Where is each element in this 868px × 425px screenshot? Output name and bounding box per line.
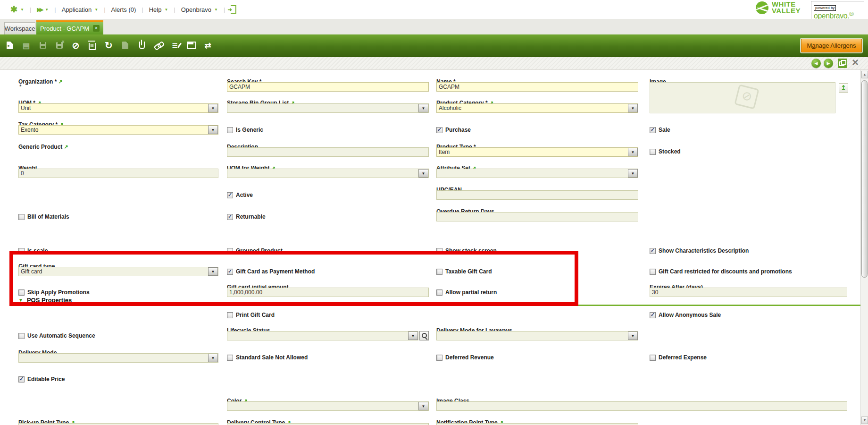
checkbox-is-generic[interactable]: Is Generic: [227, 127, 263, 133]
tab-workspace[interactable]: Workspace: [4, 22, 35, 34]
save-button[interactable]: [35, 37, 50, 53]
delivery-mode-for-layaways-select[interactable]: ▼: [436, 331, 638, 340]
revert-button[interactable]: ⇄: [200, 37, 215, 53]
color-select[interactable]: ▼: [227, 401, 429, 411]
link-arrow-icon[interactable]: ↗: [64, 144, 68, 150]
lifecycle-status-search-button[interactable]: [419, 331, 429, 340]
generic-product-label: Generic Product: [18, 144, 62, 150]
checkbox-standard-sale-not-allowed[interactable]: Standard Sale Not Allowed: [227, 354, 308, 361]
product-type-select[interactable]: Item▼: [436, 147, 638, 157]
checkbox-purchase[interactable]: ✓Purchase: [436, 127, 471, 133]
gift-card-type-select[interactable]: Gift card▼: [18, 267, 218, 276]
export-button[interactable]: [118, 37, 133, 53]
favorites-menu[interactable]: ✱ ▼: [5, 4, 30, 15]
application-menu[interactable]: Application ▼: [56, 6, 104, 13]
alerts-menu[interactable]: Alerts (0): [106, 6, 142, 13]
save-close-button[interactable]: ×: [52, 37, 67, 53]
notification-point-type-select[interactable]: [436, 423, 638, 425]
checkbox-show-stock-screen[interactable]: Show stock screen: [436, 247, 497, 254]
uom-select[interactable]: Unit▼: [18, 103, 218, 113]
checkbox-gift-card-as-payment-method[interactable]: ✓Gift Card as Payment Method: [227, 268, 315, 275]
checkbox-is-scale[interactable]: Is scale: [18, 247, 48, 254]
close-view-button[interactable]: ×: [850, 57, 860, 68]
form-view-button[interactable]: [184, 37, 199, 53]
image-upload-button[interactable]: ↥: [839, 83, 848, 93]
tab-close-icon[interactable]: ×: [93, 25, 100, 32]
delete-button[interactable]: [85, 37, 100, 53]
checkbox-print-gift-card[interactable]: Print Gift Card: [227, 312, 275, 318]
vertical-scrollbar[interactable]: ▲ ▼: [860, 70, 868, 425]
scrollbar-thumb[interactable]: [861, 80, 868, 278]
lifecycle-status-select[interactable]: ▼: [227, 331, 418, 340]
expires-after-days-input[interactable]: 30: [650, 288, 847, 297]
refresh-button[interactable]: ↻: [101, 37, 116, 53]
storage-bin-group-list-select[interactable]: ▼: [227, 103, 429, 113]
image-box[interactable]: ⊘: [650, 82, 835, 113]
dropdown-arrow-icon[interactable]: ▼: [208, 126, 218, 134]
dropdown-arrow-icon[interactable]: ▼: [408, 332, 418, 340]
tab-product-gcapm[interactable]: Product - GCAPM ×: [36, 20, 103, 34]
attachment-button[interactable]: [134, 37, 149, 53]
dropdown-arrow-icon[interactable]: ▼: [208, 354, 218, 362]
upc-ean-input[interactable]: [436, 190, 638, 200]
checkbox-returnable[interactable]: ✓Returnable: [227, 213, 266, 220]
name-input[interactable]: GCAPM: [436, 82, 638, 92]
image-class-input[interactable]: [436, 401, 847, 411]
dropdown-arrow-icon[interactable]: ▼: [628, 169, 638, 178]
logout-button[interactable]: ➜: [225, 5, 242, 14]
link-button[interactable]: [151, 37, 166, 53]
field-expires-after-days: Expires After (days) 30: [650, 282, 847, 291]
help-menu[interactable]: Help ▼: [143, 6, 174, 13]
checkbox-editable-price[interactable]: ✓Editable Price: [18, 376, 65, 382]
previous-record-button[interactable]: ◀: [811, 59, 821, 68]
checkbox-use-automatic-sequence[interactable]: Use Automatic Sequence: [18, 332, 95, 339]
checkbox-grouped-product[interactable]: Grouped Product: [227, 247, 283, 254]
scroll-up-button[interactable]: ▲: [861, 71, 868, 78]
checkbox-active[interactable]: ✓Active: [227, 192, 253, 198]
maximize-view-button[interactable]: [838, 59, 847, 68]
checkbox-bill-of-materials[interactable]: Bill of Materials: [18, 213, 69, 220]
dropdown-arrow-icon[interactable]: ▼: [208, 104, 218, 112]
overdue-return-days-input[interactable]: [436, 212, 638, 221]
tax-category-select[interactable]: Exento▼: [18, 125, 218, 135]
checkbox-sale[interactable]: ✓Sale: [650, 127, 670, 133]
next-record-button[interactable]: ▶: [824, 59, 833, 68]
dropdown-arrow-icon[interactable]: ▼: [418, 402, 428, 410]
tools-button[interactable]: ☰: [167, 37, 182, 53]
link-arrow-icon[interactable]: ↗: [58, 79, 62, 85]
checkbox-allow-partial-return[interactable]: Allow partial return: [436, 289, 497, 296]
gift-card-initial-amount-input[interactable]: 1,000,000.00: [227, 288, 429, 297]
description-input[interactable]: [227, 147, 429, 157]
scroll-down-button[interactable]: ▼: [861, 416, 868, 424]
checkbox-deferred-revenue[interactable]: Deferred Revenue: [436, 354, 494, 361]
dropdown-arrow-icon[interactable]: ▼: [418, 169, 428, 178]
grid-edit-button[interactable]: ▤: [19, 37, 33, 53]
weight-input[interactable]: 0: [18, 169, 218, 178]
checkbox-allow-anonymous-sale[interactable]: ✓Allow Anonymous Sale: [650, 312, 721, 318]
checkbox-skip-apply-promotions[interactable]: Skip Apply Promotions: [18, 289, 90, 296]
checkbox-deferred-expense[interactable]: Deferred Expense: [650, 354, 707, 361]
checkbox-taxable-gift-card[interactable]: Taxable Gift Card: [436, 268, 492, 275]
dropdown-arrow-icon[interactable]: ▼: [208, 267, 218, 276]
user-menu[interactable]: Openbravo ▼: [175, 6, 224, 13]
checkbox-gift-card-restricted[interactable]: Gift Card restricted for discounts and p…: [650, 268, 792, 275]
search-key-input[interactable]: GCAPM: [227, 82, 429, 92]
dropdown-arrow-icon[interactable]: ▼: [418, 104, 428, 112]
undo-button[interactable]: ⊘: [68, 37, 83, 53]
attribute-set-select[interactable]: ▼: [436, 169, 638, 178]
pickup-point-type-select[interactable]: [18, 423, 218, 425]
checkbox-show-characteristics-description[interactable]: ✓Show Characteristics Description: [650, 247, 749, 254]
dropdown-arrow-icon[interactable]: ▼: [628, 332, 638, 340]
delivery-control-type-select[interactable]: [227, 423, 429, 425]
dropdown-arrow-icon[interactable]: ▼: [628, 104, 638, 112]
checkbox-stocked[interactable]: Stocked: [650, 148, 681, 155]
manage-allergens-button[interactable]: Manage Allergens: [801, 39, 862, 52]
save-close-icon: ×: [56, 42, 63, 49]
delivery-mode-select[interactable]: ▼: [18, 353, 218, 363]
uom-for-weight-select[interactable]: ▼: [227, 169, 429, 178]
pos-properties-section-header[interactable]: ▼ POS Properties: [18, 297, 72, 304]
recent-views-menu[interactable]: ▶▶ ▼: [31, 7, 54, 13]
new-record-button[interactable]: *: [2, 37, 17, 53]
product-category-select[interactable]: Alcoholic▼: [436, 103, 638, 113]
dropdown-arrow-icon[interactable]: ▼: [628, 148, 638, 156]
